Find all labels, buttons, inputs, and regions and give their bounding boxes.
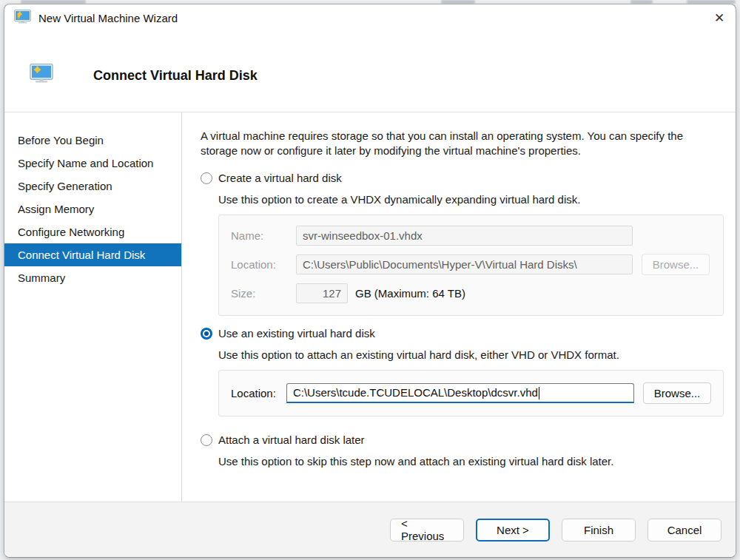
name-label: Name: (231, 229, 296, 243)
option-attach-later[interactable]: Attach a virtual hard disk later (201, 433, 724, 448)
option-create-virtual-hard-disk[interactable]: Create a virtual hard disk (201, 171, 724, 186)
existing-disk-location-input[interactable]: C:\Users\tcude.TCUDELOCAL\Desktop\dcsvr.… (286, 383, 634, 403)
option-create-description: Use this option to create a VHDX dynamic… (218, 192, 724, 207)
window-title: New Virtual Machine Wizard (38, 12, 178, 24)
option-label: Use an existing virtual hard disk (218, 326, 375, 341)
intro-text: A virtual machine requires storage so th… (201, 129, 722, 158)
option-label: Attach a virtual hard disk later (218, 433, 365, 448)
sidebar-item-before-you-begin[interactable]: Before You Begin (4, 129, 181, 152)
wizard-footer: < Previous Next > Finish Cancel (4, 502, 736, 557)
option-later-description: Use this option to skip this step now an… (218, 454, 724, 469)
wizard-window: New Virtual Machine Wizard ✕ Connect Vir… (4, 4, 736, 558)
title-bar: New Virtual Machine Wizard ✕ (4, 4, 736, 31)
virtual-machine-icon (30, 64, 53, 86)
disk-location-input: C:\Users\Public\Documents\Hyper-V\Virtua… (296, 254, 633, 274)
wizard-header: Connect Virtual Hard Disk (4, 31, 736, 112)
virtual-machine-icon (14, 10, 31, 27)
existing-disk-location-value: C:\Users\tcude.TCUDELOCAL\Desktop\dcsvr.… (293, 385, 538, 400)
sidebar-item-configure-networking[interactable]: Configure Networking (4, 220, 181, 243)
location-row: Location: C:\Users\Public\Documents\Hype… (231, 254, 711, 275)
disk-size-value: 127 (323, 286, 341, 301)
close-icon[interactable]: ✕ (703, 4, 736, 31)
finish-button[interactable]: Finish (562, 519, 636, 542)
option-use-existing-virtual-hard-disk[interactable]: Use an existing virtual hard disk (201, 326, 724, 341)
sidebar-item-summary[interactable]: Summary (4, 266, 181, 289)
radio-create-virtual-hard-disk[interactable] (201, 172, 212, 184)
size-maximum-text: GB (Maximum: 64 TB) (355, 286, 465, 301)
page-title: Connect Virtual Hard Disk (93, 68, 258, 84)
option-label: Create a virtual hard disk (218, 171, 342, 186)
disk-name-value: svr-winseedbox-01.vhdx (303, 229, 423, 243)
browse-button[interactable]: Browse... (643, 382, 711, 404)
sidebar-item-connect-virtual-hard-disk[interactable]: Connect Virtual Hard Disk (4, 243, 181, 266)
create-disk-groupbox: Name: svr-winseedbox-01.vhdx Location: C… (218, 215, 724, 316)
disk-location-value: C:\Users\Public\Documents\Hyper-V\Virtua… (303, 257, 577, 272)
name-row: Name: svr-winseedbox-01.vhdx (231, 226, 711, 246)
size-row: Size: 127 GB (Maximum: 64 TB) (231, 283, 711, 303)
existing-disk-groupbox: Location: C:\Users\tcude.TCUDELOCAL\Desk… (218, 370, 724, 416)
previous-button[interactable]: < Previous (390, 519, 464, 542)
wizard-body: Before You Begin Specify Name and Locati… (4, 112, 736, 502)
text-caret (539, 387, 539, 399)
disk-name-input: svr-winseedbox-01.vhdx (296, 226, 633, 246)
wizard-content: A virtual machine requires storage so th… (182, 112, 736, 502)
cancel-button[interactable]: Cancel (648, 519, 722, 542)
sidebar-item-assign-memory[interactable]: Assign Memory (4, 198, 181, 220)
location-label: Location: (231, 386, 276, 401)
size-label: Size: (231, 286, 296, 301)
option-existing-description: Use this option to attach an existing vi… (218, 348, 724, 362)
sidebar-item-specify-generation[interactable]: Specify Generation (4, 175, 181, 198)
wizard-steps-sidebar: Before You Begin Specify Name and Locati… (4, 112, 182, 502)
radio-attach-later[interactable] (201, 434, 212, 446)
browse-button-disabled: Browse... (642, 254, 710, 275)
next-button[interactable]: Next > (476, 519, 550, 542)
disk-size-input: 127 (296, 283, 348, 303)
radio-use-existing-virtual-hard-disk[interactable] (201, 328, 212, 340)
sidebar-item-specify-name-and-location[interactable]: Specify Name and Location (4, 152, 181, 175)
location-label: Location: (231, 257, 296, 272)
